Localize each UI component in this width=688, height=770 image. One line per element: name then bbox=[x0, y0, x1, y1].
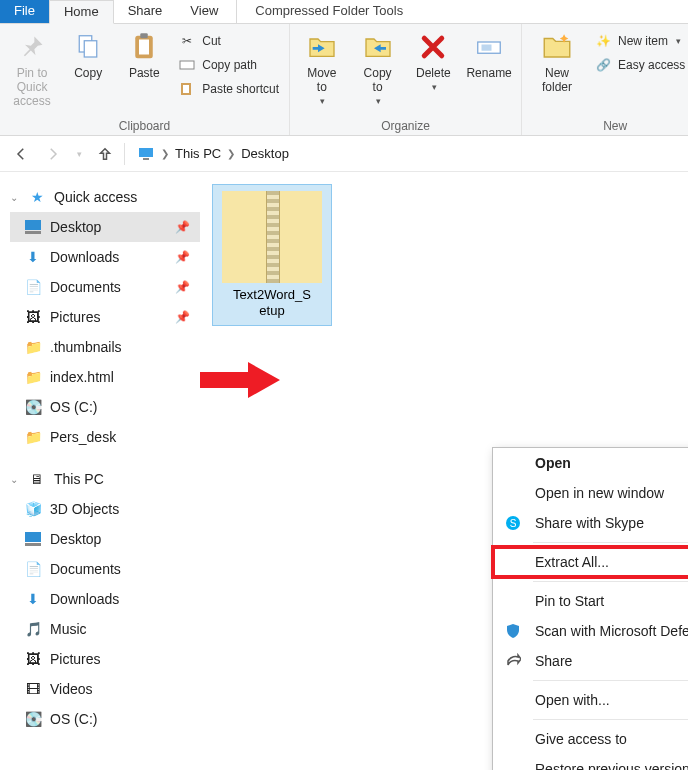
pictures-icon: 🖼 bbox=[24, 308, 42, 326]
desktop-icon bbox=[24, 530, 42, 548]
sidebar-item-documents2[interactable]: 📄Documents bbox=[10, 554, 200, 584]
download-icon: ⬇ bbox=[24, 590, 42, 608]
easy-access-button[interactable]: 🔗Easy access▾ bbox=[590, 54, 688, 76]
menu-share[interactable]: Share bbox=[493, 646, 688, 676]
pin-icon: 📌 bbox=[175, 220, 190, 234]
up-button[interactable] bbox=[92, 141, 118, 167]
file-label: Text2Word_S etup bbox=[233, 287, 311, 319]
sidebar-item-documents[interactable]: 📄Documents📌 bbox=[10, 272, 200, 302]
pictures-icon: 🖼 bbox=[24, 650, 42, 668]
svg-rect-7 bbox=[183, 85, 189, 93]
tab-share[interactable]: Share bbox=[114, 0, 177, 23]
sidebar-item-downloads[interactable]: ⬇Downloads📌 bbox=[10, 242, 200, 272]
pin-icon: 📌 bbox=[175, 310, 190, 324]
paste-icon bbox=[127, 30, 161, 64]
cut-button[interactable]: ✂Cut bbox=[174, 30, 283, 52]
copy-to-button[interactable]: Copy to▾ bbox=[352, 28, 404, 108]
svg-rect-12 bbox=[25, 220, 41, 230]
menu-separator bbox=[533, 542, 688, 543]
recent-dropdown[interactable]: ▾ bbox=[72, 141, 86, 167]
sidebar-item-pictures[interactable]: 🖼Pictures📌 bbox=[10, 302, 200, 332]
breadcrumb[interactable]: ❯ This PC ❯ Desktop bbox=[131, 141, 680, 167]
easy-access-icon: 🔗 bbox=[594, 56, 612, 74]
copy-button[interactable]: Copy bbox=[62, 28, 114, 82]
new-item-button[interactable]: ✨New item▾ bbox=[590, 30, 688, 52]
menu-open-with[interactable]: Open with... bbox=[493, 685, 688, 715]
rename-icon bbox=[472, 30, 506, 64]
drive-icon: 💽 bbox=[24, 398, 42, 416]
menu-open-new-window[interactable]: Open in new window bbox=[493, 478, 688, 508]
documents-icon: 📄 bbox=[24, 560, 42, 578]
menu-separator bbox=[533, 719, 688, 720]
sidebar-item-thumbnails[interactable]: 📁.thumbnails bbox=[10, 332, 200, 362]
cube-icon: 🧊 bbox=[24, 500, 42, 518]
file-item-zip[interactable]: Text2Word_S etup bbox=[212, 184, 332, 326]
copy-icon bbox=[71, 30, 105, 64]
download-icon: ⬇ bbox=[24, 248, 42, 266]
delete-x-icon bbox=[416, 30, 450, 64]
tab-compressed-folder-tools[interactable]: Compressed Folder Tools bbox=[241, 0, 417, 23]
menu-open[interactable]: Open bbox=[493, 448, 688, 478]
scissors-icon: ✂ bbox=[178, 32, 196, 50]
new-folder-button[interactable]: New folder bbox=[528, 28, 586, 96]
paste-button[interactable]: Paste bbox=[118, 28, 170, 82]
menu-share-skype[interactable]: SShare with Skype bbox=[493, 508, 688, 538]
file-pane[interactable]: Text2Word_S etup Open Open in new window… bbox=[200, 172, 688, 770]
menu-scan-defender[interactable]: Scan with Microsoft Defender... bbox=[493, 616, 688, 646]
copy-path-icon bbox=[178, 56, 196, 74]
sidebar-item-3dobjects[interactable]: 🧊3D Objects bbox=[10, 494, 200, 524]
pin-icon bbox=[15, 30, 49, 64]
rename-button[interactable]: Rename bbox=[463, 28, 515, 82]
sidebar-item-osc[interactable]: 💽OS (C:) bbox=[10, 392, 200, 422]
paste-shortcut-button[interactable]: Paste shortcut bbox=[174, 78, 283, 100]
svg-rect-15 bbox=[25, 543, 41, 546]
annotation-arrow-icon bbox=[200, 362, 280, 398]
tab-file[interactable]: File bbox=[0, 0, 49, 23]
menu-pin-start[interactable]: Pin to Start bbox=[493, 586, 688, 616]
breadcrumb-segment[interactable]: This PC bbox=[175, 146, 221, 161]
sidebar-item-indexhtml[interactable]: 📁index.html bbox=[10, 362, 200, 392]
move-to-button[interactable]: Move to▾ bbox=[296, 28, 348, 108]
sidebar-item-persdesk[interactable]: 📁Pers_desk bbox=[10, 422, 200, 452]
breadcrumb-segment[interactable]: Desktop bbox=[241, 146, 289, 161]
zip-folder-icon bbox=[222, 191, 322, 283]
folder-icon: 📁 bbox=[24, 428, 42, 446]
sidebar-item-downloads2[interactable]: ⬇Downloads bbox=[10, 584, 200, 614]
sidebar-item-desktop2[interactable]: Desktop bbox=[10, 524, 200, 554]
svg-rect-1 bbox=[84, 41, 97, 57]
copy-to-icon bbox=[361, 30, 395, 64]
folder-icon: 📁 bbox=[24, 338, 42, 356]
sidebar-item-osc2[interactable]: 💽OS (C:) bbox=[10, 704, 200, 734]
context-menu: Open Open in new window SShare with Skyp… bbox=[492, 447, 688, 770]
back-button[interactable] bbox=[8, 141, 34, 167]
svg-rect-14 bbox=[25, 532, 41, 542]
svg-rect-10 bbox=[139, 148, 153, 157]
menu-give-access[interactable]: Give access to❯ bbox=[493, 724, 688, 754]
sidebar-quick-access[interactable]: ⌄★Quick access bbox=[10, 182, 200, 212]
group-label-clipboard: Clipboard bbox=[6, 117, 283, 133]
pin-icon: 📌 bbox=[175, 280, 190, 294]
folder-icon: 📁 bbox=[24, 368, 42, 386]
pin-quick-access-button[interactable]: Pin to Quick access bbox=[6, 28, 58, 110]
sidebar-item-pictures2[interactable]: 🖼Pictures bbox=[10, 644, 200, 674]
monitor-icon bbox=[137, 145, 155, 163]
new-item-icon: ✨ bbox=[594, 32, 612, 50]
nav-sidebar: ⌄★Quick access Desktop📌 ⬇Downloads📌 📄Doc… bbox=[0, 172, 200, 770]
ribbon: Pin to Quick access Copy Paste ✂Cut Copy… bbox=[0, 24, 688, 136]
menu-restore-versions[interactable]: Restore previous versions bbox=[493, 754, 688, 770]
tab-home[interactable]: Home bbox=[49, 0, 114, 24]
svg-rect-13 bbox=[25, 231, 41, 234]
forward-button[interactable] bbox=[40, 141, 66, 167]
sidebar-item-desktop[interactable]: Desktop📌 bbox=[10, 212, 200, 242]
sidebar-this-pc[interactable]: ⌄🖥This PC bbox=[10, 464, 200, 494]
tab-view[interactable]: View bbox=[176, 0, 232, 23]
pin-icon: 📌 bbox=[175, 250, 190, 264]
music-icon: 🎵 bbox=[24, 620, 42, 638]
paste-shortcut-icon bbox=[178, 80, 196, 98]
delete-button[interactable]: Delete▾ bbox=[408, 28, 460, 94]
chevron-down-icon: ▾ bbox=[376, 96, 381, 106]
sidebar-item-music[interactable]: 🎵Music bbox=[10, 614, 200, 644]
menu-extract-all[interactable]: Extract All... bbox=[493, 547, 688, 577]
copy-path-button[interactable]: Copy path bbox=[174, 54, 283, 76]
sidebar-item-videos[interactable]: 🎞Videos bbox=[10, 674, 200, 704]
